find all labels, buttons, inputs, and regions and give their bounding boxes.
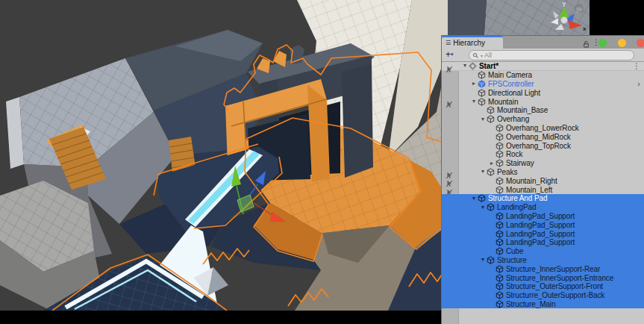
gameobject-cube-icon bbox=[495, 300, 504, 308]
hierarchy-row-structure-innersupport-entrance[interactable]: Structure_InnerSupport-Entrance bbox=[442, 273, 644, 282]
row-label: Structure_OuterSupport-Front bbox=[506, 282, 603, 290]
create-object-button[interactable]: +▾ bbox=[446, 49, 454, 60]
traffic-light-green[interactable] bbox=[598, 39, 607, 47]
hierarchy-row-structure-innersupport-rear[interactable]: Structure_InnerSupport-Rear bbox=[442, 264, 644, 273]
hierarchy-row-stairway[interactable]: ▸ Stairway bbox=[442, 159, 644, 168]
search-filter-caret-icon: ▾ bbox=[481, 53, 483, 58]
hierarchy-row-main-camera[interactable]: Main Camera bbox=[442, 71, 644, 80]
search-placeholder: All bbox=[484, 52, 492, 59]
expander-triangle[interactable]: ▾ bbox=[479, 169, 487, 175]
hierarchy-tabbar: ☰ Hierarchy ⋮ bbox=[442, 36, 644, 49]
hierarchy-row-fpscontroller[interactable]: ▸ FPSController› bbox=[442, 80, 644, 89]
gameobject-cube-icon bbox=[495, 159, 504, 167]
gameobject-cube-icon bbox=[478, 89, 486, 97]
traffic-light-yellow[interactable] bbox=[618, 39, 626, 47]
hierarchy-row-landingpad-support[interactable]: LandingPad_Support bbox=[442, 229, 644, 238]
expander-triangle[interactable]: ▸ bbox=[470, 81, 478, 87]
hierarchy-row-cube[interactable]: Cube bbox=[442, 247, 644, 256]
search-icon bbox=[472, 52, 479, 59]
gameobject-cube-icon bbox=[487, 168, 495, 176]
axis-x-label: x bbox=[583, 25, 587, 32]
gameobject-cube-icon bbox=[495, 124, 504, 132]
gameobject-cube-icon bbox=[495, 274, 504, 282]
scene-asset-icon bbox=[469, 62, 477, 70]
hierarchy-row-mountain-left[interactable]: Mountain_Left bbox=[442, 185, 644, 194]
gameobject-cube-icon bbox=[495, 221, 504, 229]
expander-triangle[interactable]: ▾ bbox=[479, 257, 487, 263]
hierarchy-row-landingpad[interactable]: ▾ LandingPad bbox=[442, 203, 644, 212]
axis-y-label: y bbox=[563, 0, 566, 7]
hierarchy-row-landingpad-support[interactable]: LandingPad_Support bbox=[442, 238, 644, 247]
hierarchy-row-rock[interactable]: Rock bbox=[442, 150, 644, 159]
row-label: Overhang_TopRock bbox=[506, 142, 571, 150]
row-label: Main Camera bbox=[488, 71, 532, 79]
traffic-light-red[interactable] bbox=[637, 39, 644, 47]
gameobject-cube-icon bbox=[495, 177, 504, 185]
expander-triangle[interactable]: ▾ bbox=[470, 99, 478, 105]
unity-editor: y z x ☰ Hierarchy ⋮ +▾ bbox=[0, 0, 644, 324]
row-label: Mountain_Right bbox=[506, 177, 557, 185]
panel-list-icon: ☰ bbox=[446, 40, 451, 46]
hierarchy-row-structurre-outersupport-back[interactable]: Structurre_OuterSupport-Back bbox=[442, 291, 644, 300]
dropdown-caret-icon: ▾ bbox=[451, 52, 454, 57]
hierarchy-row-landingpad-support[interactable]: LandingPad_Support bbox=[442, 220, 644, 229]
gameobject-cube-icon bbox=[495, 150, 504, 158]
expander-triangle[interactable]: ▸ bbox=[488, 161, 495, 166]
hierarchy-row-directional-light[interactable]: Directional Light bbox=[442, 88, 644, 97]
search-input[interactable]: ▾ All bbox=[469, 50, 634, 60]
row-context-menu-icon[interactable]: ⋮ bbox=[633, 62, 640, 71]
prefab-chevron-icon[interactable]: › bbox=[637, 80, 640, 89]
gameobject-cube-icon bbox=[495, 247, 504, 255]
row-label: Peaks bbox=[497, 168, 517, 176]
hierarchy-row-structure-outersupport-front[interactable]: Structure_OuterSupport-Front bbox=[442, 282, 644, 291]
gameobject-cube-icon bbox=[495, 230, 504, 238]
search-icon-slot bbox=[472, 49, 479, 62]
hierarchy-row-overhang[interactable]: ▾ Overhang bbox=[442, 115, 644, 124]
row-label: Structure_InnerSupport-Entrance bbox=[506, 274, 613, 282]
row-label: Rock bbox=[506, 150, 522, 158]
row-label: FPSController bbox=[488, 80, 534, 88]
gameobject-cube-icon bbox=[487, 115, 495, 123]
row-label: Cube bbox=[506, 247, 524, 255]
tab-hierarchy[interactable]: ☰ Hierarchy bbox=[442, 36, 503, 49]
hierarchy-row-structure[interactable]: ▾ Structure bbox=[442, 256, 644, 265]
row-label: LandingPad bbox=[497, 203, 536, 211]
gameobject-cube-icon bbox=[487, 106, 495, 114]
lock-icon[interactable] bbox=[582, 40, 590, 49]
row-label: Directional Light bbox=[488, 89, 540, 97]
hierarchy-row-overhang-midrock[interactable]: Overhang_MidRock bbox=[442, 132, 644, 141]
row-label: Mountain_Base bbox=[497, 106, 548, 114]
expander-triangle[interactable]: ▾ bbox=[479, 116, 487, 122]
expander-triangle[interactable]: ▾ bbox=[461, 63, 469, 69]
expander-triangle[interactable]: ▾ bbox=[479, 205, 487, 211]
row-label: Structure_InnerSupport-Rear bbox=[506, 265, 600, 273]
row-label: Overhang bbox=[497, 115, 529, 123]
hierarchy-row-mountain-right[interactable]: Mountain_Right bbox=[442, 176, 644, 185]
hierarchy-row-start-[interactable]: ▾ Start*⋮ bbox=[442, 62, 644, 71]
row-label: LandingPad_Support bbox=[506, 221, 575, 229]
row-label: Mountain bbox=[488, 98, 518, 106]
hierarchy-rows: ▾ Start*⋮ Main Camera▸ FPSController› Di… bbox=[442, 62, 644, 324]
gameobject-cube-icon bbox=[495, 265, 504, 273]
hierarchy-row-mountain-base[interactable]: Mountain_Base bbox=[442, 106, 644, 115]
hierarchy-row-structure-and-pad[interactable]: ▾ Structure And Pad bbox=[442, 194, 644, 203]
hierarchy-row-structure-main[interactable]: Structure_Main bbox=[442, 300, 644, 309]
hierarchy-row-mountain[interactable]: ▾ Mountain bbox=[442, 97, 644, 106]
row-label: Stairway bbox=[506, 159, 534, 167]
gameobject-cube-icon bbox=[495, 282, 504, 290]
hierarchy-row-peaks[interactable]: ▾ Peaks bbox=[442, 168, 644, 177]
gameobject-cube-icon bbox=[487, 203, 495, 211]
row-label: Overhang_LowerRock bbox=[506, 124, 579, 132]
row-label: Structure bbox=[497, 256, 527, 264]
hierarchy-row-overhang-lowerrock[interactable]: Overhang_LowerRock bbox=[442, 124, 644, 133]
gameobject-cube-icon bbox=[495, 212, 504, 220]
gameobject-cube-icon bbox=[495, 291, 504, 299]
gameobject-cube-icon bbox=[478, 71, 486, 79]
row-label: Structurre_OuterSupport-Back bbox=[506, 291, 604, 299]
row-label: LandingPad_Support bbox=[506, 212, 575, 220]
hierarchy-row-overhang-toprock[interactable]: Overhang_TopRock bbox=[442, 141, 644, 150]
expander-triangle[interactable]: ▾ bbox=[470, 196, 478, 202]
row-label: Structure_Main bbox=[506, 300, 555, 308]
prefab-cube-icon bbox=[478, 80, 486, 88]
hierarchy-row-landingpad-support[interactable]: LandingPad_Support bbox=[442, 212, 644, 221]
